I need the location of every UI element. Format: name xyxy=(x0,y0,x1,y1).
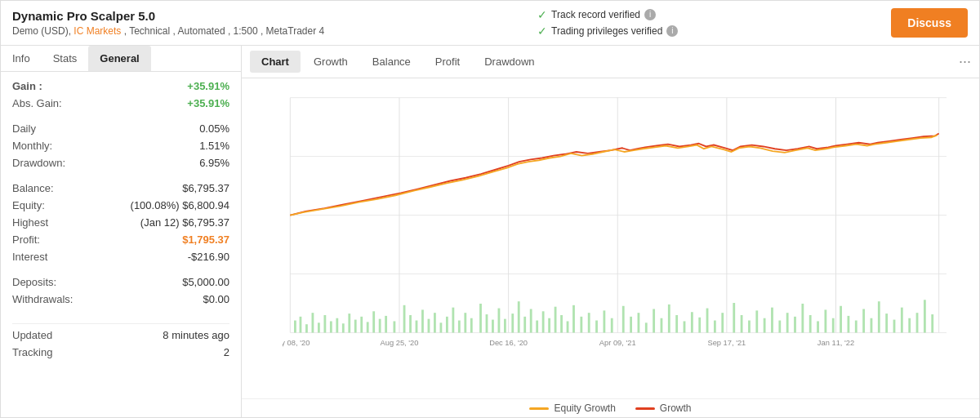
svg-text:Sep 17, '21: Sep 17, '21 xyxy=(707,339,746,347)
discuss-button[interactable]: Discuss xyxy=(891,8,968,38)
svg-rect-46 xyxy=(440,322,443,332)
svg-rect-47 xyxy=(446,317,448,333)
svg-rect-110 xyxy=(908,318,911,333)
info-icon-1[interactable]: i xyxy=(644,9,656,20)
main-container: Dynamic Pro Scalper 5.0 Demo (USD), IC M… xyxy=(0,0,980,418)
info-icon-2[interactable]: i xyxy=(666,25,678,37)
svg-rect-64 xyxy=(555,307,557,333)
svg-rect-53 xyxy=(486,314,488,332)
svg-rect-71 xyxy=(603,310,605,332)
svg-rect-107 xyxy=(885,314,888,332)
svg-rect-63 xyxy=(548,318,550,333)
svg-rect-43 xyxy=(421,309,424,332)
legend-equity-growth: Equity Growth xyxy=(529,402,615,414)
stat-profit: Profit: $1,795.37 xyxy=(12,233,229,246)
svg-rect-103 xyxy=(855,321,858,333)
svg-rect-32 xyxy=(348,314,350,332)
svg-rect-91 xyxy=(764,318,766,333)
svg-rect-52 xyxy=(479,304,482,333)
svg-rect-105 xyxy=(871,318,873,333)
growth-legend-line xyxy=(635,407,655,410)
svg-text:May 08, '20: May 08, '20 xyxy=(283,339,310,347)
legend-growth: Growth xyxy=(635,402,692,414)
header-left: Dynamic Pro Scalper 5.0 Demo (USD), IC M… xyxy=(12,9,324,37)
stat-equity: Equity: (100.08%) $6,800.94 xyxy=(12,199,229,211)
svg-rect-24 xyxy=(300,317,302,333)
stat-deposits: Deposits: $5,000.00 xyxy=(12,276,229,288)
header: Dynamic Pro Scalper 5.0 Demo (USD), IC M… xyxy=(1,1,979,46)
equity-growth-line xyxy=(290,135,937,215)
svg-rect-55 xyxy=(498,309,501,333)
svg-rect-61 xyxy=(536,321,538,333)
chart-tab-profit[interactable]: Profit xyxy=(424,51,471,73)
right-panel: Chart Growth Balance Profit Drawdown ···… xyxy=(242,46,979,417)
page-title: Dynamic Pro Scalper 5.0 xyxy=(12,9,324,23)
svg-rect-33 xyxy=(354,320,357,333)
main-content: Info Stats General Gain : +35.91% Abs. G… xyxy=(1,46,979,417)
svg-rect-42 xyxy=(416,321,418,333)
stat-gain: Gain : +35.91% xyxy=(12,80,229,92)
stat-abs-gain: Abs. Gain: +35.91% xyxy=(12,97,229,109)
chart-svg: 48% 24% 0% -24% -48% xyxy=(283,87,947,356)
tab-info[interactable]: Info xyxy=(1,46,42,71)
svg-rect-101 xyxy=(840,306,842,333)
svg-rect-35 xyxy=(367,322,369,332)
svg-rect-66 xyxy=(567,321,569,332)
chart-tabs: Chart Growth Balance Profit Drawdown ··· xyxy=(242,46,979,78)
left-tabs: Info Stats General xyxy=(1,46,241,72)
trading-privileges-verified: ✓ Trading privileges verified i xyxy=(537,24,678,38)
svg-text:Aug 25, '20: Aug 25, '20 xyxy=(381,339,419,347)
chart-tab-more[interactable]: ··· xyxy=(959,53,971,70)
svg-rect-94 xyxy=(786,313,789,332)
stat-monthly: Monthly: 1.51% xyxy=(12,140,229,152)
svg-rect-68 xyxy=(580,317,582,333)
svg-rect-88 xyxy=(741,315,743,332)
check-icon-2: ✓ xyxy=(537,24,547,38)
svg-rect-81 xyxy=(684,321,686,332)
svg-rect-37 xyxy=(379,319,381,333)
stat-highest: Highest (Jan 12) $6,795.37 xyxy=(12,216,229,229)
footer-stats: Updated 8 minutes ago Tracking 2 xyxy=(12,323,229,358)
svg-rect-30 xyxy=(336,318,338,333)
svg-rect-38 xyxy=(385,316,387,333)
svg-rect-86 xyxy=(721,313,724,332)
svg-rect-72 xyxy=(611,318,613,333)
svg-rect-80 xyxy=(675,315,678,332)
svg-rect-57 xyxy=(511,314,514,332)
chart-tab-growth[interactable]: Growth xyxy=(302,51,359,73)
svg-rect-93 xyxy=(778,321,781,333)
svg-rect-90 xyxy=(755,310,758,332)
svg-rect-40 xyxy=(403,305,406,333)
left-panel: Info Stats General Gain : +35.91% Abs. G… xyxy=(1,46,242,417)
svg-rect-54 xyxy=(492,320,494,333)
equity-growth-legend-line xyxy=(529,407,549,410)
svg-rect-39 xyxy=(394,321,396,332)
trade-bars xyxy=(294,300,933,332)
stat-drawdown: Drawdown: 6.95% xyxy=(12,157,229,169)
svg-rect-74 xyxy=(630,317,632,333)
svg-rect-65 xyxy=(560,315,563,332)
svg-rect-70 xyxy=(595,321,598,333)
check-icon-1: ✓ xyxy=(537,8,547,21)
chart-tab-chart[interactable]: Chart xyxy=(250,51,301,73)
tab-general[interactable]: General xyxy=(88,46,150,71)
chart-tab-drawdown[interactable]: Drawdown xyxy=(473,51,546,73)
tab-stats[interactable]: Stats xyxy=(42,46,89,71)
svg-rect-82 xyxy=(691,312,693,332)
svg-rect-26 xyxy=(312,313,314,332)
svg-rect-56 xyxy=(504,319,506,333)
stat-updated: Updated 8 minutes ago xyxy=(12,329,229,341)
svg-rect-83 xyxy=(698,318,701,333)
svg-rect-79 xyxy=(668,305,670,333)
ic-markets-link[interactable]: IC Markets xyxy=(74,25,121,37)
stat-interest: Interest -$216.90 xyxy=(12,251,229,263)
svg-text:Apr 09, '21: Apr 09, '21 xyxy=(599,339,636,347)
svg-rect-109 xyxy=(901,308,903,333)
svg-rect-77 xyxy=(653,309,655,332)
svg-rect-69 xyxy=(588,313,590,332)
svg-rect-67 xyxy=(572,305,575,333)
svg-rect-95 xyxy=(794,317,796,333)
svg-rect-96 xyxy=(801,304,804,333)
chart-tab-balance[interactable]: Balance xyxy=(361,51,422,73)
svg-rect-87 xyxy=(733,303,735,332)
